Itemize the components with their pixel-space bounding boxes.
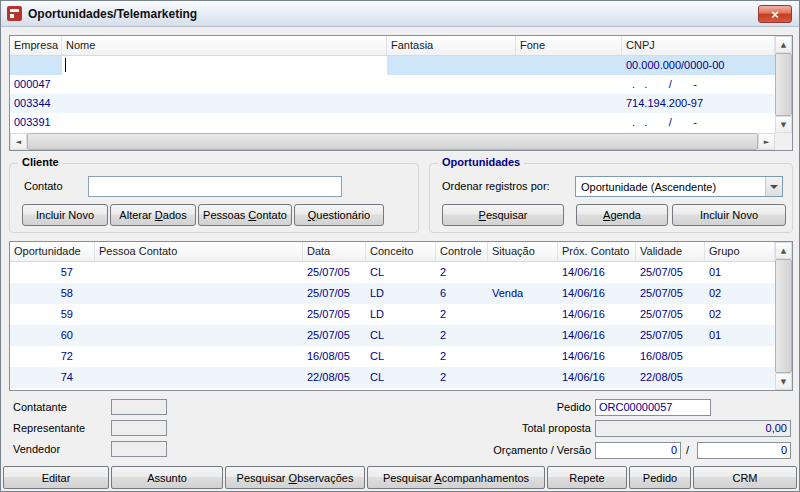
cell-oportunidade: 57 [10, 262, 95, 283]
incluir-novo-cliente-button[interactable]: Incluir Novo [22, 204, 108, 226]
scrollbar-thumb[interactable] [27, 133, 758, 150]
cell-situacao [488, 346, 558, 367]
oportunidades-group: Oportunidades Ordenar registros por: Opo… [429, 163, 793, 233]
pessoas-contato-button[interactable]: Pessoas Contato [198, 204, 292, 226]
cell-data: 25/07/05 [303, 304, 366, 325]
cell-prox-contato: 14/06/16 [558, 304, 636, 325]
opportunity-row[interactable]: 59 25/07/05 LD 2 14/06/16 25/07/05 02 [10, 304, 775, 325]
questionario-button[interactable]: Questionário [294, 204, 384, 226]
repete-button[interactable]: Repete [547, 466, 627, 489]
cell-nome [62, 113, 387, 132]
company-row[interactable]: 000047 . . / - [10, 75, 775, 94]
column-header-prox-contato[interactable]: Próx. Contato [558, 242, 636, 261]
versao-field[interactable]: 0 [697, 442, 791, 459]
scrollbar-thumb[interactable] [775, 53, 792, 116]
scroll-left-icon[interactable]: ◄ [10, 133, 27, 150]
assunto-button[interactable]: Assunto [111, 466, 223, 489]
cell-pessoa-contato [95, 325, 303, 346]
cell-prox-contato: 14/06/16 [558, 283, 636, 304]
ordenar-select[interactable]: Oportunidade (Ascendente) [575, 176, 783, 197]
scroll-up-icon[interactable]: ▲ [775, 242, 792, 259]
opportunity-row[interactable]: 72 16/08/05 CL 2 14/06/16 16/08/05 [10, 346, 775, 367]
cell-prox-contato: 14/06/16 [558, 325, 636, 346]
column-header-fantasia[interactable]: Fantasia [387, 36, 516, 55]
scroll-down-icon[interactable]: ▼ [775, 373, 792, 390]
company-row[interactable]: 003344 714.194.200-97 [10, 94, 775, 113]
column-header-fone[interactable]: Fone [516, 36, 622, 55]
editar-button[interactable]: Editar [3, 466, 109, 489]
vertical-scrollbar[interactable]: ▲ ▼ [775, 36, 792, 133]
company-row-selected[interactable]: 00.000.000/0000-00 [10, 56, 775, 75]
alterar-dados-button[interactable]: Alterar Dados [110, 204, 196, 226]
window-title: Oportunidades/Telemarketing [28, 7, 197, 21]
scroll-right-icon[interactable]: ► [758, 133, 775, 150]
cell-conceito: LD [366, 304, 436, 325]
pesquisar-observacoes-button[interactable]: Pesquisar Observações [225, 466, 365, 489]
orcamento-field[interactable]: 0 [595, 442, 681, 459]
column-header-oportunidade[interactable]: Oportunidade [10, 242, 95, 261]
app-window: Oportunidades/Telemarketing × Empresa No… [0, 0, 800, 492]
column-header-situacao[interactable]: Situação [488, 242, 558, 261]
column-header-empresa[interactable]: Empresa [10, 36, 62, 55]
cell-cnpj: 714.194.200-97 [622, 94, 775, 113]
cell-nome [62, 75, 387, 94]
pedido-button[interactable]: Pedido [629, 466, 691, 489]
opportunity-row[interactable]: 60 25/07/05 CL 2 14/06/16 25/07/05 01 [10, 325, 775, 346]
cell-validade: 25/07/05 [636, 304, 705, 325]
opportunity-row[interactable]: 74 22/08/05 CL 2 14/06/16 22/08/05 [10, 367, 775, 388]
cell-controle: 2 [436, 325, 488, 346]
column-header-data[interactable]: Data [303, 242, 366, 261]
opportunity-row[interactable]: 58 25/07/05 LD 6 Venda 14/06/16 25/07/05… [10, 283, 775, 304]
cell-pessoa-contato [95, 283, 303, 304]
pedido-field[interactable]: ORC00000057 [595, 399, 711, 416]
title-bar[interactable]: Oportunidades/Telemarketing × [1, 1, 799, 27]
total-proposta-label: Total proposta [451, 422, 591, 434]
representante-label: Representante [13, 422, 85, 434]
close-button[interactable]: × [758, 5, 792, 23]
column-header-pessoa-contato[interactable]: Pessoa Contato [95, 242, 303, 261]
column-header-controle[interactable]: Controle [436, 242, 488, 261]
cell-grupo: 02 [705, 304, 775, 325]
text-caret [65, 58, 66, 72]
horizontal-scrollbar[interactable]: ◄ ► [10, 133, 775, 150]
column-header-cnpj[interactable]: CNPJ [622, 36, 775, 55]
company-row[interactable]: 003391 . . / - [10, 113, 775, 132]
scrollbar-corner [775, 133, 792, 150]
bottom-button-bar: Editar Assunto Pesquisar Observações Pes… [3, 466, 797, 489]
cell-fantasia [387, 75, 516, 94]
cell-controle: 2 [436, 304, 488, 325]
company-grid-content: Empresa Nome Fantasia Fone CNPJ 00.000.0… [10, 36, 775, 133]
vertical-scrollbar[interactable]: ▲ ▼ [775, 242, 792, 390]
agenda-button[interactable]: Agenda [576, 204, 668, 226]
incluir-novo-oportunidade-button[interactable]: Incluir Novo [672, 204, 786, 226]
cell-situacao [488, 325, 558, 346]
chevron-down-icon [765, 177, 782, 196]
crm-button[interactable]: CRM [693, 466, 797, 489]
contato-input[interactable] [88, 176, 342, 197]
cell-data: 22/08/05 [303, 367, 366, 388]
cell-empresa: 003344 [10, 94, 62, 113]
column-header-conceito[interactable]: Conceito [366, 242, 436, 261]
cell-grupo [705, 367, 775, 388]
cell-grupo [705, 346, 775, 367]
cell-validade: 25/07/05 [636, 325, 705, 346]
app-icon [7, 6, 22, 21]
opportunities-grid-header: Oportunidade Pessoa Contato Data Conceit… [10, 242, 775, 262]
opportunity-row[interactable]: 57 25/07/05 CL 2 14/06/16 25/07/05 01 [10, 262, 775, 283]
cell-fantasia [387, 56, 516, 75]
column-header-grupo[interactable]: Grupo [705, 242, 775, 261]
cell-conceito: CL [366, 346, 436, 367]
cell-controle: 2 [436, 262, 488, 283]
scrollbar-thumb[interactable] [775, 259, 792, 373]
cell-pessoa-contato [95, 262, 303, 283]
cell-validade: 25/07/05 [636, 283, 705, 304]
column-header-validade[interactable]: Validade [636, 242, 705, 261]
scroll-down-icon[interactable]: ▼ [775, 116, 792, 133]
pesquisar-button[interactable]: Pesquisar [442, 204, 564, 226]
cell-data: 25/07/05 [303, 283, 366, 304]
cell-controle: 2 [436, 346, 488, 367]
pesquisar-acompanhamentos-button[interactable]: Pesquisar Acompanhamentos [367, 466, 545, 489]
cell-empresa: 003391 [10, 113, 62, 132]
scroll-up-icon[interactable]: ▲ [775, 36, 792, 53]
column-header-nome[interactable]: Nome [62, 36, 387, 55]
